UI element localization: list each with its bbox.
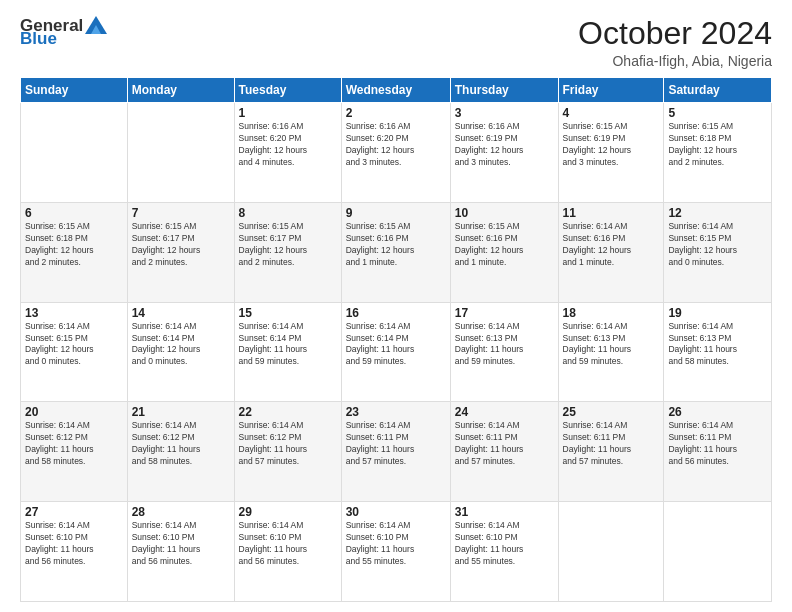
day-info: Sunrise: 6:14 AM Sunset: 6:10 PM Dayligh… <box>132 520 230 568</box>
day-info: Sunrise: 6:15 AM Sunset: 6:18 PM Dayligh… <box>25 221 123 269</box>
day-info: Sunrise: 6:15 AM Sunset: 6:16 PM Dayligh… <box>455 221 554 269</box>
calendar-cell: 28Sunrise: 6:14 AM Sunset: 6:10 PM Dayli… <box>127 502 234 602</box>
day-number: 30 <box>346 505 446 519</box>
day-number: 14 <box>132 306 230 320</box>
calendar-cell: 3Sunrise: 6:16 AM Sunset: 6:19 PM Daylig… <box>450 103 558 203</box>
day-number: 25 <box>563 405 660 419</box>
calendar-cell: 14Sunrise: 6:14 AM Sunset: 6:14 PM Dayli… <box>127 302 234 402</box>
calendar-cell: 8Sunrise: 6:15 AM Sunset: 6:17 PM Daylig… <box>234 202 341 302</box>
day-info: Sunrise: 6:14 AM Sunset: 6:12 PM Dayligh… <box>25 420 123 468</box>
calendar-cell: 23Sunrise: 6:14 AM Sunset: 6:11 PM Dayli… <box>341 402 450 502</box>
calendar-cell: 12Sunrise: 6:14 AM Sunset: 6:15 PM Dayli… <box>664 202 772 302</box>
day-number: 1 <box>239 106 337 120</box>
day-number: 11 <box>563 206 660 220</box>
day-number: 7 <box>132 206 230 220</box>
calendar-week-4: 27Sunrise: 6:14 AM Sunset: 6:10 PM Dayli… <box>21 502 772 602</box>
day-number: 17 <box>455 306 554 320</box>
calendar-cell: 22Sunrise: 6:14 AM Sunset: 6:12 PM Dayli… <box>234 402 341 502</box>
day-number: 12 <box>668 206 767 220</box>
day-number: 13 <box>25 306 123 320</box>
calendar-cell: 6Sunrise: 6:15 AM Sunset: 6:18 PM Daylig… <box>21 202 128 302</box>
col-saturday: Saturday <box>664 78 772 103</box>
day-number: 9 <box>346 206 446 220</box>
col-thursday: Thursday <box>450 78 558 103</box>
calendar-cell: 17Sunrise: 6:14 AM Sunset: 6:13 PM Dayli… <box>450 302 558 402</box>
calendar-cell: 18Sunrise: 6:14 AM Sunset: 6:13 PM Dayli… <box>558 302 664 402</box>
day-number: 6 <box>25 206 123 220</box>
day-number: 29 <box>239 505 337 519</box>
day-info: Sunrise: 6:14 AM Sunset: 6:14 PM Dayligh… <box>239 321 337 369</box>
logo-icon <box>85 16 107 34</box>
page: General Blue October 2024 Ohafia-Ifigh, … <box>0 0 792 612</box>
day-number: 22 <box>239 405 337 419</box>
day-info: Sunrise: 6:14 AM Sunset: 6:11 PM Dayligh… <box>563 420 660 468</box>
day-info: Sunrise: 6:15 AM Sunset: 6:16 PM Dayligh… <box>346 221 446 269</box>
calendar-cell: 21Sunrise: 6:14 AM Sunset: 6:12 PM Dayli… <box>127 402 234 502</box>
calendar-week-1: 6Sunrise: 6:15 AM Sunset: 6:18 PM Daylig… <box>21 202 772 302</box>
day-info: Sunrise: 6:14 AM Sunset: 6:16 PM Dayligh… <box>563 221 660 269</box>
col-friday: Friday <box>558 78 664 103</box>
day-info: Sunrise: 6:14 AM Sunset: 6:14 PM Dayligh… <box>132 321 230 369</box>
day-info: Sunrise: 6:14 AM Sunset: 6:10 PM Dayligh… <box>455 520 554 568</box>
day-number: 10 <box>455 206 554 220</box>
day-info: Sunrise: 6:16 AM Sunset: 6:19 PM Dayligh… <box>455 121 554 169</box>
day-info: Sunrise: 6:14 AM Sunset: 6:12 PM Dayligh… <box>132 420 230 468</box>
day-info: Sunrise: 6:14 AM Sunset: 6:11 PM Dayligh… <box>455 420 554 468</box>
day-number: 15 <box>239 306 337 320</box>
col-sunday: Sunday <box>21 78 128 103</box>
day-number: 18 <box>563 306 660 320</box>
logo: General Blue <box>20 16 107 47</box>
calendar-cell: 1Sunrise: 6:16 AM Sunset: 6:20 PM Daylig… <box>234 103 341 203</box>
day-info: Sunrise: 6:15 AM Sunset: 6:17 PM Dayligh… <box>132 221 230 269</box>
calendar-cell: 9Sunrise: 6:15 AM Sunset: 6:16 PM Daylig… <box>341 202 450 302</box>
day-info: Sunrise: 6:14 AM Sunset: 6:15 PM Dayligh… <box>25 321 123 369</box>
day-info: Sunrise: 6:16 AM Sunset: 6:20 PM Dayligh… <box>239 121 337 169</box>
day-number: 20 <box>25 405 123 419</box>
calendar-cell: 20Sunrise: 6:14 AM Sunset: 6:12 PM Dayli… <box>21 402 128 502</box>
day-info: Sunrise: 6:15 AM Sunset: 6:18 PM Dayligh… <box>668 121 767 169</box>
day-info: Sunrise: 6:15 AM Sunset: 6:19 PM Dayligh… <box>563 121 660 169</box>
calendar-cell: 27Sunrise: 6:14 AM Sunset: 6:10 PM Dayli… <box>21 502 128 602</box>
location: Ohafia-Ifigh, Abia, Nigeria <box>578 53 772 69</box>
calendar-cell: 19Sunrise: 6:14 AM Sunset: 6:13 PM Dayli… <box>664 302 772 402</box>
calendar-cell <box>127 103 234 203</box>
header: General Blue October 2024 Ohafia-Ifigh, … <box>20 16 772 69</box>
day-number: 23 <box>346 405 446 419</box>
day-number: 8 <box>239 206 337 220</box>
calendar-cell <box>21 103 128 203</box>
day-info: Sunrise: 6:14 AM Sunset: 6:14 PM Dayligh… <box>346 321 446 369</box>
day-number: 19 <box>668 306 767 320</box>
day-info: Sunrise: 6:16 AM Sunset: 6:20 PM Dayligh… <box>346 121 446 169</box>
calendar-cell: 4Sunrise: 6:15 AM Sunset: 6:19 PM Daylig… <box>558 103 664 203</box>
day-info: Sunrise: 6:14 AM Sunset: 6:13 PM Dayligh… <box>563 321 660 369</box>
calendar-cell: 31Sunrise: 6:14 AM Sunset: 6:10 PM Dayli… <box>450 502 558 602</box>
day-info: Sunrise: 6:14 AM Sunset: 6:10 PM Dayligh… <box>346 520 446 568</box>
day-info: Sunrise: 6:14 AM Sunset: 6:13 PM Dayligh… <box>455 321 554 369</box>
calendar-cell: 11Sunrise: 6:14 AM Sunset: 6:16 PM Dayli… <box>558 202 664 302</box>
calendar-cell: 26Sunrise: 6:14 AM Sunset: 6:11 PM Dayli… <box>664 402 772 502</box>
calendar-cell: 2Sunrise: 6:16 AM Sunset: 6:20 PM Daylig… <box>341 103 450 203</box>
day-info: Sunrise: 6:15 AM Sunset: 6:17 PM Dayligh… <box>239 221 337 269</box>
calendar-cell <box>558 502 664 602</box>
calendar-week-2: 13Sunrise: 6:14 AM Sunset: 6:15 PM Dayli… <box>21 302 772 402</box>
logo-blue: Blue <box>20 30 57 47</box>
col-tuesday: Tuesday <box>234 78 341 103</box>
day-info: Sunrise: 6:14 AM Sunset: 6:11 PM Dayligh… <box>668 420 767 468</box>
day-number: 26 <box>668 405 767 419</box>
day-number: 28 <box>132 505 230 519</box>
calendar-cell: 24Sunrise: 6:14 AM Sunset: 6:11 PM Dayli… <box>450 402 558 502</box>
calendar-cell: 10Sunrise: 6:15 AM Sunset: 6:16 PM Dayli… <box>450 202 558 302</box>
day-number: 5 <box>668 106 767 120</box>
col-monday: Monday <box>127 78 234 103</box>
calendar-cell: 25Sunrise: 6:14 AM Sunset: 6:11 PM Dayli… <box>558 402 664 502</box>
calendar-cell: 7Sunrise: 6:15 AM Sunset: 6:17 PM Daylig… <box>127 202 234 302</box>
calendar-cell: 30Sunrise: 6:14 AM Sunset: 6:10 PM Dayli… <box>341 502 450 602</box>
col-wednesday: Wednesday <box>341 78 450 103</box>
title-block: October 2024 Ohafia-Ifigh, Abia, Nigeria <box>578 16 772 69</box>
day-info: Sunrise: 6:14 AM Sunset: 6:12 PM Dayligh… <box>239 420 337 468</box>
day-number: 4 <box>563 106 660 120</box>
day-number: 24 <box>455 405 554 419</box>
day-number: 31 <box>455 505 554 519</box>
calendar-cell: 5Sunrise: 6:15 AM Sunset: 6:18 PM Daylig… <box>664 103 772 203</box>
calendar-week-0: 1Sunrise: 6:16 AM Sunset: 6:20 PM Daylig… <box>21 103 772 203</box>
